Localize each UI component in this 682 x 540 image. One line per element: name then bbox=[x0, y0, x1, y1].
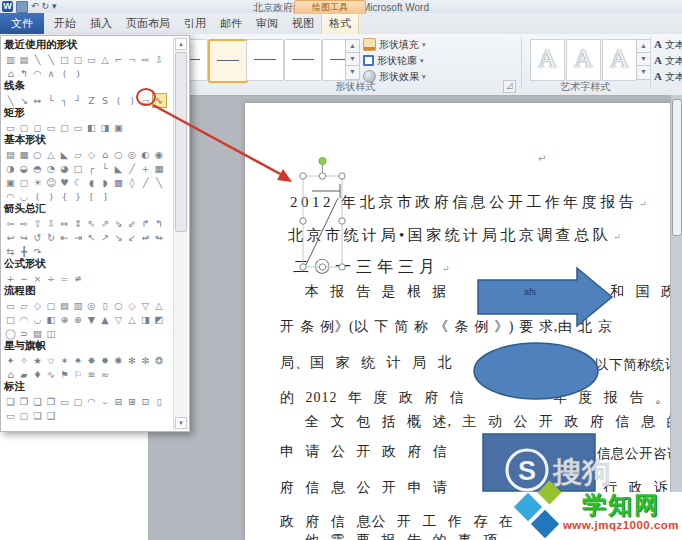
shape-icon[interactable]: ◠ bbox=[85, 395, 98, 408]
vertical-scrollbar[interactable] bbox=[670, 95, 682, 540]
shape-icon[interactable]: ┐ bbox=[58, 94, 71, 107]
panel-scrollbar[interactable]: ▲ ▼ bbox=[173, 37, 188, 430]
shape-icon[interactable]: └ bbox=[45, 94, 58, 107]
shape-icon[interactable]: ] bbox=[99, 190, 112, 203]
shape-icon[interactable]: ╱ bbox=[139, 176, 152, 189]
shape-icon[interactable]: ⚑ bbox=[58, 368, 71, 381]
word-logo-icon[interactable]: W bbox=[2, 1, 13, 12]
shape-icon[interactable]: ◧ bbox=[85, 121, 98, 134]
tab-文件[interactable]: 文件 bbox=[0, 13, 44, 34]
shape-icon[interactable]: ⚐ bbox=[72, 368, 85, 381]
shape-icon[interactable]: ▭ bbox=[4, 409, 17, 422]
shape-icon[interactable]: ▢ bbox=[18, 409, 31, 422]
shape-icon[interactable]: ◠ bbox=[31, 67, 44, 80]
shape-icon[interactable]: ≠ bbox=[72, 272, 85, 285]
wordart-style-preset[interactable]: A bbox=[602, 39, 637, 81]
shape-icon[interactable]: ◩ bbox=[153, 313, 166, 326]
shape-icon[interactable]: ≈ bbox=[99, 368, 112, 381]
redo-icon[interactable]: ↻ bbox=[42, 1, 50, 12]
wordart-more-icon[interactable]: ▼ bbox=[636, 65, 651, 80]
shape-icon[interactable]: ⇤ bbox=[58, 231, 71, 244]
shape-icon[interactable]: ▽ bbox=[112, 313, 125, 326]
text-style-button[interactable]: A文本效果 bbox=[654, 70, 682, 83]
shape-icon[interactable]: ∧ bbox=[45, 67, 58, 80]
shape-icon[interactable]: ¬ bbox=[126, 53, 139, 66]
shape-icon[interactable]: ┘ bbox=[72, 94, 85, 107]
tab-页面布局[interactable]: 页面布局 bbox=[119, 13, 177, 34]
shape-icon[interactable]: ▭ bbox=[58, 395, 71, 408]
shape-icon[interactable]: ⌐ bbox=[112, 53, 125, 66]
shape-icon[interactable]: ◨ bbox=[99, 121, 112, 134]
shape-icon[interactable]: ↔ bbox=[31, 94, 44, 107]
dialog-launcher-icon[interactable]: ◿ bbox=[503, 80, 516, 93]
shape-icon[interactable]: ⊗ bbox=[72, 313, 85, 326]
tab-开始[interactable]: 开始 bbox=[47, 13, 83, 34]
shape-icon[interactable]: S bbox=[99, 94, 112, 107]
shape-icon[interactable]: ) bbox=[45, 190, 58, 203]
shape-icon[interactable]: ╲ bbox=[153, 176, 166, 189]
shape-icon[interactable]: ❂ bbox=[153, 354, 166, 367]
scroll-down-icon[interactable]: ▼ bbox=[175, 417, 187, 429]
shape-icon[interactable]: ▩ bbox=[112, 176, 125, 189]
shape-icon[interactable]: ▭ bbox=[85, 53, 98, 66]
shape-icon[interactable]: ▲ bbox=[99, 313, 112, 326]
shape-icon[interactable]: ↻ bbox=[45, 231, 58, 244]
shape-icon[interactable]: ⊡ bbox=[139, 395, 152, 408]
wordart-style-preset[interactable]: A bbox=[530, 39, 565, 81]
shape-icon[interactable]: ⊞ bbox=[126, 395, 139, 408]
shape-icon[interactable]: ( bbox=[58, 67, 71, 80]
shape-icon[interactable]: ⊟ bbox=[112, 395, 125, 408]
shape-icon[interactable]: ▢ bbox=[72, 395, 85, 408]
tab-格式[interactable]: 格式 bbox=[321, 13, 359, 34]
text-style-button[interactable]: A文本轮廓 bbox=[654, 54, 682, 67]
shape-outline-button[interactable]: 形状轮廓 ▾ bbox=[363, 54, 424, 67]
shape-icon[interactable]: △ bbox=[99, 53, 112, 66]
shape-icon[interactable]: ▭ bbox=[45, 121, 58, 134]
gallery-more-icon[interactable]: ▼ bbox=[345, 65, 360, 80]
shape-style-preset[interactable] bbox=[208, 39, 248, 83]
shape-icon[interactable]: Z bbox=[85, 94, 98, 107]
shape-icon[interactable]: ≋ bbox=[85, 368, 98, 381]
tab-引用[interactable]: 引用 bbox=[177, 13, 213, 34]
shape-icon[interactable]: ÷ bbox=[45, 272, 58, 285]
shape-icon[interactable]: ✺ bbox=[112, 354, 125, 367]
scrollbar-thumb[interactable] bbox=[672, 99, 682, 236]
shape-icon[interactable]: [ bbox=[85, 190, 98, 203]
shape-icon[interactable]: ) bbox=[126, 94, 139, 107]
shape-icon[interactable]: ( bbox=[112, 94, 125, 107]
shape-icon[interactable]: ♦ bbox=[31, 368, 44, 381]
shape-icon[interactable]: ) bbox=[72, 67, 85, 80]
shape-icon[interactable]: ❑ bbox=[45, 409, 58, 422]
scroll-up-icon[interactable]: ▲ bbox=[175, 38, 187, 50]
shape-icon[interactable]: ◫ bbox=[45, 327, 58, 340]
tab-审阅[interactable]: 审阅 bbox=[249, 13, 285, 34]
shape-icon[interactable]: △ bbox=[126, 313, 139, 326]
shape-icon[interactable]: ▼ bbox=[85, 313, 98, 326]
panel-scrollbar-thumb[interactable] bbox=[175, 52, 187, 232]
shape-icon[interactable]: ⇥ bbox=[72, 231, 85, 244]
shape-icon[interactable]: ▢ bbox=[58, 121, 71, 134]
shape-style-preset[interactable] bbox=[246, 39, 284, 81]
shape-icon[interactable]: ↖ bbox=[85, 231, 98, 244]
tab-邮件[interactable]: 邮件 bbox=[213, 13, 249, 34]
shape-icon[interactable]: ⇨ bbox=[139, 53, 152, 66]
shape-icon[interactable]: ⌣ bbox=[99, 395, 112, 408]
shape-icon[interactable]: = bbox=[58, 272, 71, 285]
shape-icon[interactable]: ▭ bbox=[72, 121, 85, 134]
wordart-style-preset[interactable]: A bbox=[566, 39, 601, 81]
shape-icon[interactable]: ⊕ bbox=[58, 313, 71, 326]
shape-icon[interactable]: ▣ bbox=[112, 121, 125, 134]
shape-fill-button[interactable]: 形状填充 ▾ bbox=[363, 38, 426, 51]
shape-icon[interactable]: ✼ bbox=[139, 354, 152, 367]
tab-插入[interactable]: 插入 bbox=[83, 13, 119, 34]
tab-视图[interactable]: 视图 bbox=[285, 13, 321, 34]
shape-icon[interactable]: ∿ bbox=[153, 94, 166, 107]
shape-icon[interactable]: ↬ bbox=[153, 231, 166, 244]
shape-icon[interactable]: ↫ bbox=[139, 231, 152, 244]
shape-icon[interactable]: ◨ bbox=[139, 313, 152, 326]
shape-icon[interactable]: ↘ bbox=[112, 231, 125, 244]
shape-icon[interactable]: ↙ bbox=[126, 231, 139, 244]
shape-icon[interactable]: } bbox=[72, 190, 85, 203]
shape-icon[interactable]: ◊ bbox=[126, 176, 139, 189]
shape-icon[interactable]: ▯ bbox=[153, 395, 166, 408]
